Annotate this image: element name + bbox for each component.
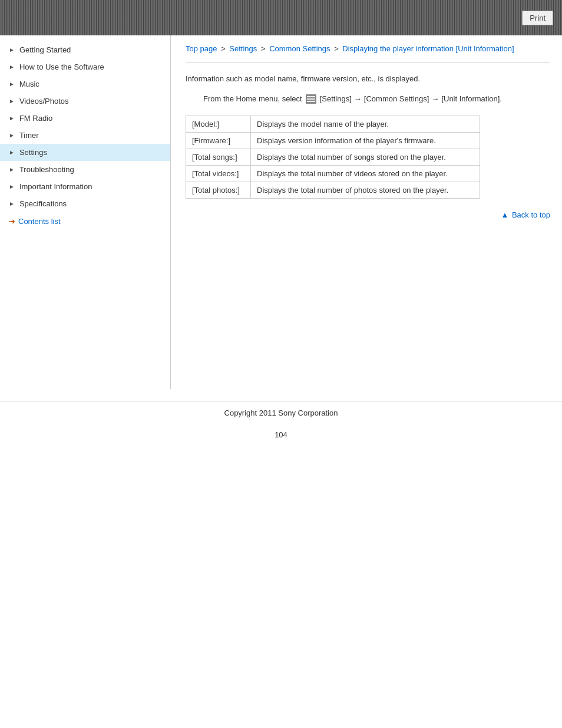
chevron-right-icon: ►: [9, 98, 15, 104]
table-row: [Total videos:]Displays the total number…: [186, 166, 480, 182]
sidebar-item-how-to-use[interactable]: ► How to Use the Software: [0, 58, 170, 75]
arrow-right-icon: ➔: [9, 217, 15, 226]
sidebar-item-timer[interactable]: ► Timer: [0, 127, 170, 144]
table-cell-description: Displays the total number of videos stor…: [251, 166, 480, 182]
chevron-right-icon: ►: [9, 132, 15, 139]
info-table: [Model:]Displays the model name of the p…: [186, 116, 480, 199]
sidebar-item-troubleshooting[interactable]: ► Troubleshooting: [0, 161, 170, 178]
footer: Copyright 2011 Sony Corporation: [0, 401, 562, 424]
chevron-right-icon: ►: [9, 149, 15, 156]
table-cell-description: Displays the total number of photos stor…: [251, 182, 480, 199]
chevron-right-icon: ►: [9, 200, 15, 207]
sidebar-item-label: Videos/Photos: [19, 97, 69, 106]
settings-menu-icon: [305, 94, 317, 104]
chevron-right-icon: ►: [9, 115, 15, 121]
sidebar-item-label: Troubleshooting: [19, 165, 74, 174]
back-to-top-link[interactable]: ▲ Back to top: [186, 210, 550, 219]
chevron-right-icon: ►: [9, 64, 15, 70]
table-cell-label: [Model:]: [186, 116, 251, 133]
instruction-arrow1: →: [354, 93, 362, 106]
breadcrumb-common-settings[interactable]: Common Settings: [269, 44, 330, 53]
breadcrumb-current-page[interactable]: Displaying the player information [Unit …: [342, 44, 514, 53]
sidebar-item-label: How to Use the Software: [19, 62, 104, 71]
table-cell-description: Displays version information of the play…: [251, 133, 480, 149]
svg-rect-1: [307, 96, 315, 97]
sidebar-item-label: Timer: [19, 131, 39, 140]
breadcrumb-separator: >: [334, 44, 340, 53]
instruction-prefix: From the Home menu, select: [203, 93, 302, 106]
instruction-unit: [Unit Information].: [441, 93, 502, 106]
chevron-right-icon: ►: [9, 183, 15, 190]
sidebar-item-videos-photos[interactable]: ► Videos/Photos: [0, 93, 170, 110]
instruction-common: [Common Settings]: [364, 93, 429, 106]
instruction-settings: [Settings]: [320, 93, 352, 106]
breadcrumb: Top page > Settings > Common Settings > …: [186, 44, 550, 53]
chevron-right-icon: ►: [9, 166, 15, 173]
page-description: Information such as model name, firmware…: [186, 73, 550, 85]
content-area: Top page > Settings > Common Settings > …: [171, 35, 562, 389]
table-row: [Firmware:]Displays version information …: [186, 133, 480, 149]
table-row: [Model:]Displays the model name of the p…: [186, 116, 480, 133]
table-cell-label: [Total videos:]: [186, 166, 251, 182]
back-to-top-label: Back to top: [512, 210, 550, 219]
sidebar-item-label: Settings: [19, 148, 47, 157]
sidebar: ► Getting Started ► How to Use the Softw…: [0, 35, 171, 389]
sidebar-item-label: Important Information: [19, 182, 92, 191]
table-cell-description: Displays the total number of songs store…: [251, 149, 480, 166]
contents-list-label: Contents list: [18, 217, 61, 226]
copyright-text: Copyright 2011 Sony Corporation: [224, 409, 338, 417]
table-row: [Total songs:]Displays the total number …: [186, 149, 480, 166]
breadcrumb-settings[interactable]: Settings: [229, 44, 257, 53]
table-cell-label: [Total photos:]: [186, 182, 251, 199]
sidebar-item-label: Music: [19, 80, 39, 88]
table-cell-label: [Firmware:]: [186, 133, 251, 149]
breadcrumb-separator: >: [221, 44, 227, 53]
chevron-right-icon: ►: [9, 81, 15, 87]
main-layout: ► Getting Started ► How to Use the Softw…: [0, 35, 562, 389]
sidebar-item-music[interactable]: ► Music: [0, 75, 170, 93]
triangle-up-icon: ▲: [501, 210, 508, 219]
page-number: 104: [0, 424, 562, 445]
instruction-arrow2: →: [431, 93, 439, 106]
print-button[interactable]: Print: [522, 11, 553, 25]
instruction-line: From the Home menu, select [Settings] → …: [203, 93, 550, 106]
breadcrumb-separator: >: [261, 44, 267, 53]
svg-rect-2: [307, 98, 315, 100]
sidebar-item-important-information[interactable]: ► Important Information: [0, 178, 170, 195]
sidebar-item-fm-radio[interactable]: ► FM Radio: [0, 110, 170, 127]
table-cell-label: [Total songs:]: [186, 149, 251, 166]
sidebar-item-specifications[interactable]: ► Specifications: [0, 195, 170, 212]
sidebar-item-label: Getting Started: [19, 45, 71, 54]
header-bar: Print: [0, 0, 562, 35]
table-cell-description: Displays the model name of the player.: [251, 116, 480, 133]
sidebar-item-settings[interactable]: ► Settings: [0, 144, 170, 161]
svg-rect-3: [307, 101, 315, 102]
sidebar-item-label: Specifications: [19, 199, 67, 208]
sidebar-item-label: FM Radio: [19, 114, 52, 123]
sidebar-item-getting-started[interactable]: ► Getting Started: [0, 41, 170, 58]
table-row: [Total photos:]Displays the total number…: [186, 182, 480, 199]
content-divider: [186, 62, 550, 62]
contents-list-link[interactable]: ➔ Contents list: [0, 212, 170, 230]
breadcrumb-top-page[interactable]: Top page: [186, 44, 217, 53]
chevron-right-icon: ►: [9, 47, 15, 53]
